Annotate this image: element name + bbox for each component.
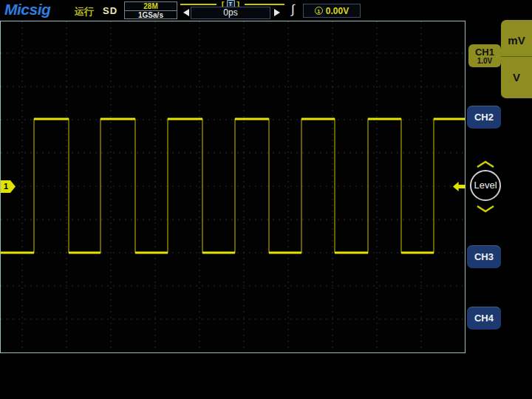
top-status-bar: Micsig 运行 SD 28M 1GSa/s [ T ] 0ps ∫ 1 0.… bbox=[0, 0, 532, 21]
ch1-label: CH1 bbox=[475, 47, 494, 57]
sd-card-indicator: SD bbox=[103, 5, 117, 16]
memory-depth-value: 28M bbox=[125, 2, 177, 11]
waveform-trace bbox=[1, 21, 465, 352]
trigger-source-icon: 1 bbox=[315, 7, 323, 15]
trigger-level-box[interactable]: 1 0.00V bbox=[303, 4, 361, 18]
trigger-slope-icon[interactable]: ∫ bbox=[291, 2, 295, 17]
vertical-scale-unit-panel: mV V bbox=[501, 20, 532, 98]
scale-mv-button[interactable]: mV bbox=[501, 20, 532, 57]
waveform-display-area[interactable] bbox=[0, 21, 466, 353]
oscilloscope-screen: Micsig 运行 SD 28M 1GSa/s [ T ] 0ps ∫ 1 0.… bbox=[0, 0, 532, 399]
trigger-position-left-arrow-icon[interactable] bbox=[183, 9, 189, 16]
scale-v-button[interactable]: V bbox=[501, 57, 532, 98]
trigger-position-value[interactable]: 0ps bbox=[191, 7, 270, 19]
trigger-level-knob[interactable]: Level bbox=[470, 170, 501, 201]
level-up-chevron-icon[interactable] bbox=[475, 160, 496, 168]
ch1-scale-value: 1.0V bbox=[477, 57, 493, 65]
brand-logo: Micsig bbox=[4, 1, 50, 18]
acquisition-info-box[interactable]: 28M 1GSa/s bbox=[124, 1, 177, 19]
sample-rate-value: 1GSa/s bbox=[125, 11, 177, 19]
run-status-label[interactable]: 运行 bbox=[75, 5, 94, 18]
ch4-button[interactable]: CH4 bbox=[467, 307, 501, 330]
ch2-button[interactable]: CH2 bbox=[467, 106, 501, 129]
ch3-button[interactable]: CH3 bbox=[467, 245, 501, 268]
level-down-chevron-icon[interactable] bbox=[475, 205, 496, 214]
trigger-position-right-arrow-icon[interactable] bbox=[274, 9, 280, 16]
trigger-level-value: 0.00V bbox=[326, 6, 349, 16]
ch1-button[interactable]: CH1 1.0V bbox=[468, 44, 501, 67]
bottom-toolbar: 微调 快速 保存 s 500us ns bbox=[0, 353, 532, 399]
